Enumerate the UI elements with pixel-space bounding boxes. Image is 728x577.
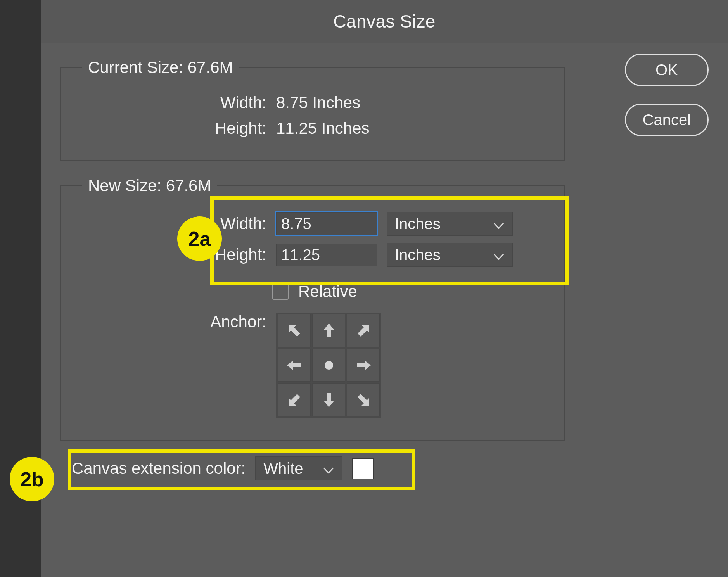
new-height-input[interactable]: [276, 244, 377, 266]
svg-point-0: [325, 361, 333, 370]
current-height-value: 11.25 Inches: [276, 119, 370, 138]
chevron-down-icon: [494, 246, 504, 264]
anchor-nw[interactable]: [278, 314, 311, 347]
new-size-legend: New Size: 67.6M: [82, 176, 217, 195]
new-size-group: New Size: 67.6M Width: Inches Hei: [60, 176, 565, 441]
annotation-callout-2b: 2b: [10, 457, 54, 501]
new-width-units-value: Inches: [395, 215, 441, 233]
chevron-down-icon: [323, 460, 334, 477]
canvas-size-dialog: Canvas Size OK Cancel Current Size: 67.6…: [41, 0, 728, 577]
anchor-n[interactable]: [312, 314, 345, 347]
chevron-down-icon: [494, 215, 504, 233]
current-width-label: Width:: [74, 93, 266, 112]
dialog-title: Canvas Size: [41, 0, 728, 43]
extension-color-label: Canvas extension color:: [72, 459, 246, 478]
ok-button[interactable]: OK: [625, 54, 709, 86]
new-width-input[interactable]: [276, 212, 377, 235]
relative-checkbox[interactable]: [272, 283, 289, 300]
anchor-center[interactable]: [312, 349, 345, 382]
current-height-label: Height:: [74, 119, 266, 138]
cancel-button[interactable]: Cancel: [625, 104, 709, 136]
anchor-sw[interactable]: [278, 383, 311, 416]
extension-color-swatch[interactable]: [352, 458, 374, 479]
current-size-legend: Current Size: 67.6M: [82, 58, 239, 77]
anchor-ne[interactable]: [347, 314, 380, 347]
extension-color-select[interactable]: White: [255, 456, 342, 480]
anchor-label: Anchor:: [74, 313, 266, 331]
anchor-grid[interactable]: [276, 313, 381, 418]
dialog-buttons: OK Cancel: [625, 54, 709, 136]
relative-label: Relative: [298, 282, 357, 301]
anchor-s[interactable]: [312, 383, 345, 416]
current-width-value: 8.75 Inches: [276, 93, 360, 112]
current-size-group: Current Size: 67.6M Width: 8.75 Inches H…: [60, 58, 565, 161]
extension-color-value: White: [263, 460, 303, 477]
extension-color-row: Canvas extension color: White: [72, 456, 709, 480]
new-height-units-value: Inches: [395, 246, 441, 264]
new-width-units-select[interactable]: Inches: [387, 212, 513, 236]
anchor-w[interactable]: [278, 349, 311, 382]
anchor-e[interactable]: [347, 349, 380, 382]
anchor-se[interactable]: [347, 383, 380, 416]
annotation-callout-2a: 2a: [177, 216, 222, 261]
new-height-units-select[interactable]: Inches: [387, 243, 513, 267]
